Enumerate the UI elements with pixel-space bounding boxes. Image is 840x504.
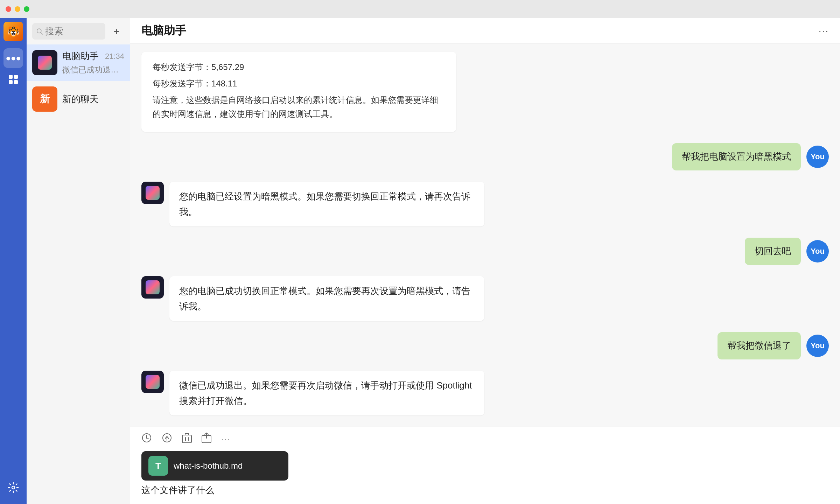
system-info-bubble: 每秒发送字节：5,657.29 每秒发送字节：148.11 请注意，这些数据是自… [141,52,456,132]
search-input-wrap[interactable] [32,23,105,40]
user-message-2: 切回去吧 You [141,238,829,265]
history-icon[interactable] [141,433,152,446]
chat-list-header: + [27,18,130,44]
system-line-3: 请注意，这些数据是自网络接口启动以来的累计统计信息。如果您需要更详细的实时网速信… [153,93,445,122]
system-line-1: 每秒发送字节：5,657.29 [153,60,445,75]
chat-title: 电脑助手 [141,23,186,38]
bot-bubble-2: 您的电脑已成功切换回正常模式。如果您需要再次设置为暗黑模式，请告诉我。 [169,276,484,321]
bot-avatar-1 [141,182,164,204]
sidebar-item-grid[interactable] [4,71,23,90]
file-name: what-is-bothub.md [174,461,243,471]
user-bubble-1: 帮我把电脑设置为暗黑模式 [672,143,801,170]
svg-rect-3 [14,80,18,84]
bot-avatar-2 [141,276,164,299]
maximize-button[interactable] [24,6,29,12]
more-toolbar-icon[interactable]: ··· [221,434,230,444]
grid-icon [8,74,19,87]
chat-header: 电脑助手 ··· [130,18,840,43]
bot-message-1: 您的电脑已经设置为暗黑模式。如果您需要切换回正常模式，请再次告诉我。 [141,182,829,226]
new-chat-info: 新的聊天 [62,93,124,105]
close-button[interactable] [6,6,11,12]
export-icon[interactable] [202,433,211,446]
messages-area: 每秒发送字节：5,657.29 每秒发送字节：148.11 请注意，这些数据是自… [130,43,840,427]
chat-item-avatar [32,50,57,75]
system-line-2: 每秒发送字节：148.11 [153,77,445,91]
chat-item-preview: 微信已成功退出。如果您需要再... [62,64,124,75]
app-body: 🐯 ●●● [0,18,840,504]
file-type-icon: T [148,456,168,476]
user-bubble-3: 帮我把微信退了 [718,332,801,359]
bot-bubble-3: 微信已成功退出。如果您需要再次启动微信，请手动打开或使用 Spotlight 搜… [169,371,484,415]
sidebar-item-settings[interactable] [4,479,23,498]
avatar-emoji: 🐯 [7,26,20,37]
chat-area: 电脑助手 ··· 每秒发送字节：5,657.29 每秒发送字节：148.11 请… [130,18,840,504]
sidebar: 🐯 ●●● [0,18,27,504]
upload-icon[interactable] [162,433,172,446]
user-avatar-2: You [806,240,829,262]
svg-rect-2 [9,80,13,84]
chat-more-button[interactable]: ··· [819,25,829,36]
message-input[interactable] [141,485,829,496]
sidebar-item-chat[interactable]: ●●● [4,48,23,68]
bot-message-2: 您的电脑已成功切换回正常模式。如果您需要再次设置为暗黑模式，请告诉我。 [141,276,829,321]
chat-list-panel: + 电脑助手 21:34 微信已成功退出。如果您需要再... 新 新的聊天 [27,18,130,504]
svg-rect-1 [14,75,18,79]
input-toolbar: ··· [141,433,829,446]
input-area: ··· T what-is-bothub.md [130,427,840,504]
user-message-3: 帮我把微信退了 You [141,332,829,359]
search-input[interactable] [45,26,101,37]
settings-icon [8,482,19,495]
bot-avatar-3 [141,371,164,393]
user-avatar-3: You [806,335,829,357]
search-icon [36,28,43,35]
chat-item-diannao[interactable]: 电脑助手 21:34 微信已成功退出。如果您需要再... [27,44,130,81]
chat-item-info: 电脑助手 21:34 微信已成功退出。如果您需要再... [62,50,124,75]
svg-point-4 [12,486,15,489]
bot-message-3: 微信已成功退出。如果您需要再次启动微信，请手动打开或使用 Spotlight 搜… [141,371,829,415]
bot-bubble-1: 您的电脑已经设置为暗黑模式。如果您需要切换回正常模式，请再次告诉我。 [169,182,484,226]
svg-rect-10 [182,435,191,443]
new-chat-name: 新的聊天 [62,93,124,105]
chat-item-time: 21:34 [105,52,124,61]
user-avatar[interactable]: 🐯 [4,22,23,41]
chat-icon: ●●● [6,53,21,63]
file-attachment[interactable]: T what-is-bothub.md [141,451,288,481]
new-chat-avatar: 新 [32,86,57,112]
user-avatar-1: You [806,146,829,168]
user-message-1: 帮我把电脑设置为暗黑模式 You [141,143,829,170]
chat-item-name: 电脑助手 [62,50,99,62]
delete-icon[interactable] [182,433,192,446]
svg-line-6 [41,33,43,34]
titlebar [0,0,840,18]
new-chat-item[interactable]: 新 新的聊天 [27,81,130,117]
svg-rect-0 [9,75,13,79]
minimize-button[interactable] [15,6,20,12]
user-bubble-2: 切回去吧 [745,238,801,265]
add-chat-button[interactable]: + [109,24,124,39]
